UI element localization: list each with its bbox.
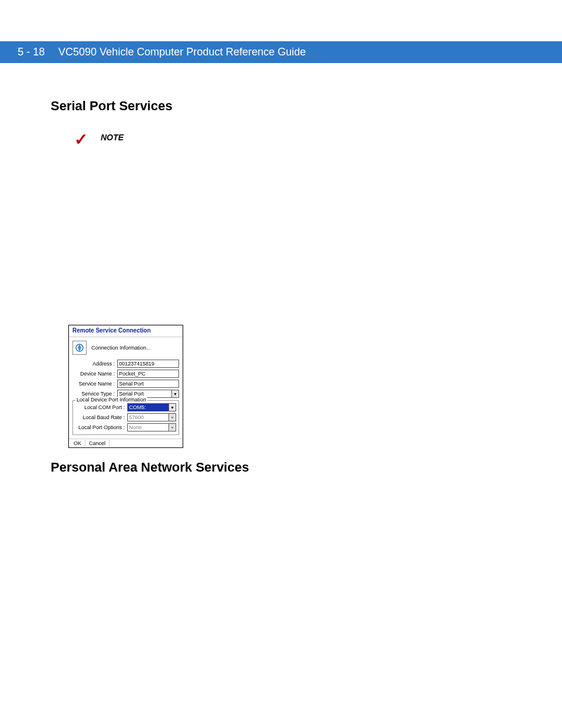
note-label: NOTE	[101, 131, 124, 142]
section-serial-port-title: Serial Port Services	[51, 98, 510, 114]
connection-info-row: Connection Information...	[72, 341, 179, 355]
local-port-group: Local Device Port Information Local COM …	[72, 400, 179, 435]
service-name-input[interactable]: Serial Port	[117, 380, 179, 388]
service-name-row: Service Name : Serial Port	[72, 380, 179, 388]
chevron-down-icon: ▼	[168, 423, 176, 431]
service-type-label: Service Type :	[72, 391, 117, 397]
port-options-row: Local Port Options : None ▼	[75, 423, 176, 431]
port-options-select: None	[127, 423, 168, 431]
local-port-legend: Local Device Port Information	[75, 397, 147, 403]
address-input[interactable]: 001237415819	[117, 360, 179, 368]
page-number: 5 - 18	[18, 46, 45, 58]
ok-button[interactable]: OK	[70, 440, 85, 447]
section-pan-title: Personal Area Network Services	[51, 460, 510, 475]
service-name-label: Service Name :	[72, 381, 117, 387]
com-port-row: Local COM Port : COM5: ▼	[75, 403, 176, 411]
device-input[interactable]: Pocket_PC	[117, 370, 179, 378]
port-options-label: Local Port Options :	[75, 424, 127, 430]
remote-service-dialog: Remote Service Connection Connection Inf…	[68, 325, 183, 448]
chevron-down-icon[interactable]: ▼	[171, 390, 179, 398]
note-block: ✓ NOTE	[74, 131, 510, 148]
baud-rate-label: Local Baud Rate :	[75, 414, 127, 420]
page-header: 5 - 18 VC5090 Vehicle Computer Product R…	[0, 41, 562, 63]
com-port-select[interactable]: COM5:	[127, 403, 168, 411]
address-label: Address :	[72, 361, 117, 367]
dialog-title: Remote Service Connection	[69, 325, 183, 337]
guide-title: VC5090 Vehicle Computer Product Referenc…	[58, 46, 306, 58]
dialog-footer: OK Cancel	[69, 439, 183, 447]
device-label: Device Name :	[72, 371, 117, 377]
chevron-down-icon: ▼	[168, 413, 176, 421]
baud-rate-select: 57600	[127, 413, 168, 421]
explorer-icon	[72, 341, 87, 355]
device-row: Device Name : Pocket_PC	[72, 370, 179, 378]
baud-rate-row: Local Baud Rate : 57600 ▼	[75, 413, 176, 421]
page-content: Serial Port Services ✓ NOTE Remote Servi…	[0, 63, 510, 475]
cancel-button[interactable]: Cancel	[85, 440, 110, 447]
com-port-label: Local COM Port :	[75, 404, 127, 410]
dialog-body: Connection Information... Address : 0012…	[69, 337, 183, 439]
address-row: Address : 001237415819	[72, 360, 179, 368]
checkmark-icon: ✓	[74, 131, 88, 148]
chevron-down-icon[interactable]: ▼	[168, 403, 176, 411]
connection-info-label: Connection Information...	[91, 345, 151, 351]
